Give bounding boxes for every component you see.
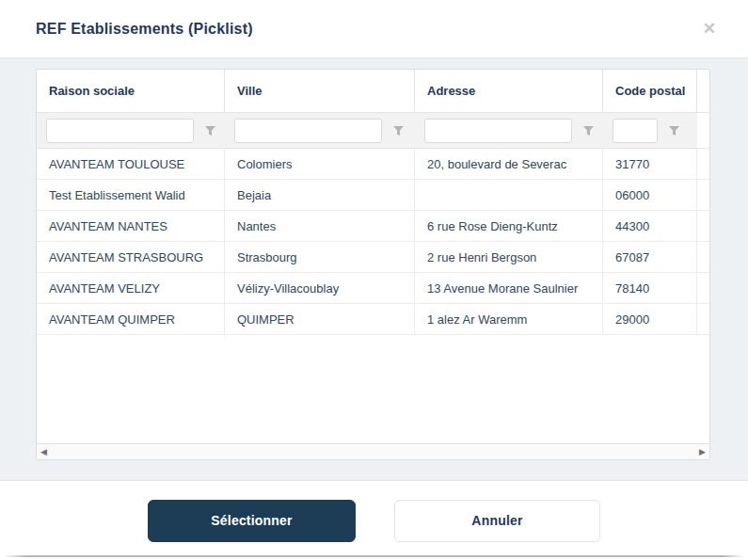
column-header-adresse[interactable]: Adresse	[415, 70, 603, 112]
cell-raison-sociale[interactable]: AVANTEAM VELIZY	[37, 273, 225, 303]
cell-ville[interactable]: Strasbourg	[225, 242, 415, 272]
select-button[interactable]: Sélectionner	[148, 500, 356, 542]
table-empty-space	[37, 335, 709, 443]
cell-adresse[interactable]: 13 Avenue Morane Saulnier	[415, 273, 603, 303]
cell-raison-sociale[interactable]: AVANTEAM QUIMPER	[37, 304, 225, 334]
picklist-modal: REF Etablissements (Picklist) ✕ Raison s…	[0, 0, 748, 560]
modal-body: Raison sociale Ville Adresse Code postal	[0, 58, 748, 480]
table-header-row: Raison sociale Ville Adresse Code postal	[37, 70, 709, 113]
row-gutter	[697, 273, 709, 303]
table-row[interactable]: Test Etablissement Walid Bejaia 06000	[37, 180, 709, 211]
cell-raison-sociale[interactable]: Test Etablissement Walid	[37, 180, 225, 210]
cell-code-postal[interactable]: 67087	[603, 242, 697, 272]
filter-input-ville[interactable]	[234, 119, 382, 143]
horizontal-scrollbar[interactable]: ◀ ▶	[37, 443, 709, 459]
row-gutter	[697, 149, 709, 179]
cell-code-postal[interactable]: 29000	[603, 304, 697, 334]
cell-ville[interactable]: QUIMPER	[225, 304, 415, 334]
filter-funnel-icon[interactable]	[392, 125, 405, 136]
establishments-table: Raison sociale Ville Adresse Code postal	[36, 69, 710, 460]
row-gutter	[697, 242, 709, 272]
row-gutter	[697, 304, 709, 334]
table-row[interactable]: AVANTEAM NANTES Nantes 6 rue Rose Dieng-…	[37, 211, 709, 242]
cell-ville[interactable]: Colomiers	[225, 149, 415, 179]
header-scrollbar-gutter	[697, 70, 709, 112]
column-header-code-postal[interactable]: Code postal	[603, 70, 697, 112]
modal-title: REF Etablissements (Picklist)	[36, 21, 253, 38]
filter-cell-adresse	[415, 113, 603, 148]
table-row[interactable]: AVANTEAM TOULOUSE Colomiers 20, boulevar…	[37, 149, 709, 180]
filter-cell-raison-sociale	[37, 113, 225, 148]
filter-cell-ville	[225, 113, 415, 148]
cell-code-postal[interactable]: 44300	[603, 211, 697, 241]
table-body: AVANTEAM TOULOUSE Colomiers 20, boulevar…	[37, 149, 709, 443]
cell-ville[interactable]: Bejaia	[225, 180, 415, 210]
filter-row	[37, 113, 709, 149]
filter-scrollbar-gutter	[697, 113, 709, 148]
filter-input-code-postal[interactable]	[613, 119, 658, 143]
scroll-left-icon[interactable]: ◀	[40, 448, 47, 456]
row-gutter	[697, 180, 709, 210]
cell-adresse[interactable]: 1 alez Ar Waremm	[415, 304, 603, 334]
filter-funnel-icon[interactable]	[582, 125, 595, 136]
filter-input-raison-sociale[interactable]	[46, 119, 194, 143]
modal-header: REF Etablissements (Picklist) ✕	[0, 0, 748, 58]
close-icon[interactable]: ✕	[699, 17, 720, 40]
row-gutter	[697, 211, 709, 241]
cell-code-postal[interactable]: 31770	[603, 149, 697, 179]
cell-code-postal[interactable]: 78140	[603, 273, 697, 303]
filter-input-adresse[interactable]	[424, 119, 572, 143]
filter-funnel-icon[interactable]	[668, 125, 680, 136]
filter-funnel-icon[interactable]	[204, 125, 216, 136]
cell-raison-sociale[interactable]: AVANTEAM STRASBOURG	[37, 242, 225, 272]
table-row[interactable]: AVANTEAM VELIZY Vélizy-Villacoublay 13 A…	[37, 273, 709, 304]
cancel-button[interactable]: Annuler	[394, 500, 600, 542]
scroll-right-icon[interactable]: ▶	[699, 448, 706, 456]
cell-code-postal[interactable]: 06000	[603, 180, 697, 210]
cell-adresse[interactable]: 6 rue Rose Dieng-Kuntz	[415, 211, 603, 241]
cell-adresse[interactable]	[415, 180, 603, 210]
column-header-raison-sociale[interactable]: Raison sociale	[37, 70, 225, 112]
cell-ville[interactable]: Nantes	[225, 211, 415, 241]
table-row[interactable]: AVANTEAM STRASBOURG Strasbourg 2 rue Hen…	[37, 242, 709, 273]
cell-ville[interactable]: Vélizy-Villacoublay	[225, 273, 415, 303]
cell-adresse[interactable]: 2 rue Henri Bergson	[415, 242, 603, 272]
table-row[interactable]: AVANTEAM QUIMPER QUIMPER 1 alez Ar Warem…	[37, 304, 709, 335]
modal-bottom-shadow	[4, 555, 744, 557]
cell-raison-sociale[interactable]: AVANTEAM NANTES	[37, 211, 225, 241]
modal-footer: Sélectionner Annuler	[0, 480, 748, 560]
filter-cell-code-postal	[603, 113, 697, 148]
cell-raison-sociale[interactable]: AVANTEAM TOULOUSE	[37, 149, 225, 179]
cell-adresse[interactable]: 20, boulevard de Severac	[415, 149, 603, 179]
column-header-ville[interactable]: Ville	[225, 70, 415, 112]
